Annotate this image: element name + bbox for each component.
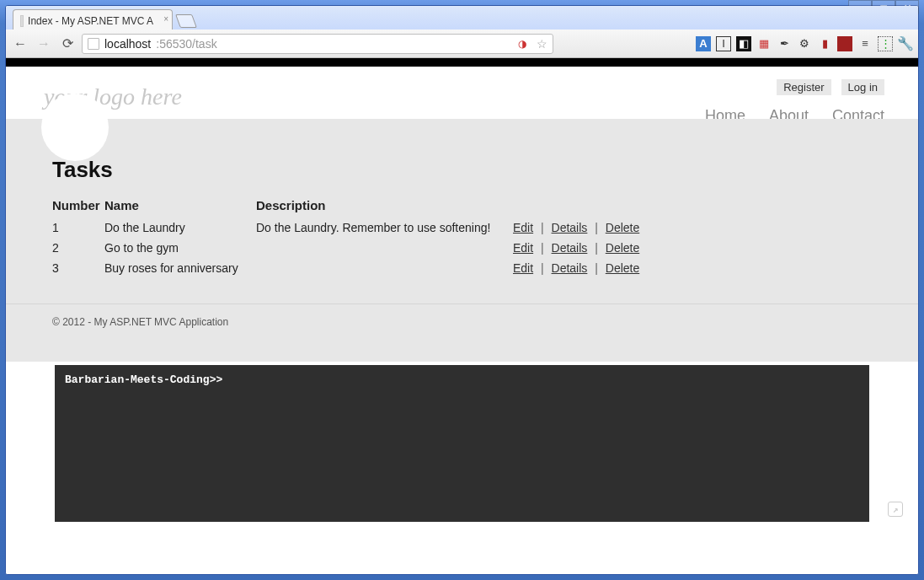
delete-link[interactable]: Delete — [606, 261, 639, 275]
details-link[interactable]: Details — [552, 261, 588, 275]
url-path: :56530/task — [156, 37, 216, 51]
cell-actions: Edit | Details | Delete — [513, 238, 639, 258]
cell-description — [256, 238, 513, 258]
top-black-bar — [6, 58, 918, 67]
extension-icon[interactable] — [837, 36, 852, 51]
tab-title: Index - My ASP.NET MVC A — [28, 15, 153, 27]
browser-inner: Index - My ASP.NET MVC A × ← → ⟳ localho… — [5, 5, 919, 575]
browser-tab[interactable]: Index - My ASP.NET MVC A × — [13, 9, 173, 30]
terminal-prompt: Barbarian-Meets-Coding>> — [65, 373, 222, 386]
extension-icon[interactable]: ◧ — [736, 36, 751, 51]
login-link[interactable]: Log in — [841, 79, 884, 95]
action-separator: | — [590, 221, 602, 234]
col-header-number: Number — [52, 198, 104, 218]
table-row: 1 Do the Laundry Do the Laundry. Remembe… — [52, 218, 639, 238]
cell-actions: Edit | Details | Delete — [513, 258, 639, 278]
register-link[interactable]: Register — [777, 79, 831, 95]
tab-close-button[interactable]: × — [163, 14, 168, 24]
cell-description: Do the Laundry. Remember to use softenin… — [256, 218, 513, 238]
footer-copyright: © 2012 - My ASP.NET MVC Application — [52, 316, 228, 328]
back-button[interactable]: ← — [11, 35, 29, 53]
table-row: 2 Go to the gym Edit | Details | Delete — [52, 238, 639, 258]
wrench-menu-icon[interactable]: 🔧 — [898, 36, 913, 51]
action-separator: | — [537, 221, 548, 234]
favicon-icon — [20, 15, 24, 27]
tasks-table: Number Name Description 1 Do the Laundry — [52, 198, 639, 278]
page-title: Tasks — [52, 157, 872, 183]
terminal-wrap: Barbarian-Meets-Coding>> ↗ — [6, 365, 918, 522]
content-band: Tasks Number Name Description — [6, 119, 918, 303]
edit-link[interactable]: Edit — [513, 241, 533, 255]
edit-link[interactable]: Edit — [513, 261, 533, 275]
extension-icon[interactable]: ⋮ — [878, 36, 893, 51]
details-link[interactable]: Details — [552, 221, 588, 234]
forward-button[interactable]: → — [35, 35, 53, 53]
cell-number: 3 — [52, 258, 104, 278]
new-tab-button[interactable] — [175, 14, 197, 28]
cell-description — [256, 258, 513, 278]
share-icon[interactable]: ↗ — [888, 502, 903, 517]
browser-toolbar: ← → ⟳ localhost:56530/task ◑ ☆ A I ◧ ▦ ✒… — [6, 30, 918, 58]
action-separator: | — [590, 261, 602, 275]
cell-number: 1 — [52, 218, 104, 238]
bookmark-star-icon[interactable]: ☆ — [537, 37, 547, 51]
extension-icon[interactable]: ⚙ — [797, 36, 812, 51]
cell-actions: Edit | Details | Delete — [513, 218, 639, 238]
extension-icon[interactable]: ▮ — [817, 36, 832, 51]
edit-link[interactable]: Edit — [513, 221, 533, 234]
extension-icon[interactable]: ▦ — [756, 36, 772, 51]
terminal-panel[interactable]: Barbarian-Meets-Coding>> ↗ — [55, 365, 869, 522]
auth-nav: Register Log in — [777, 79, 884, 95]
browser-window-frame: — ▢ ✕ Index - My ASP.NET MVC A × ← → ⟳ l… — [0, 0, 924, 580]
cell-name: Go to the gym — [104, 238, 256, 258]
url-host: localhost — [104, 37, 151, 51]
header-circle-decoration — [41, 94, 109, 161]
tab-strip: Index - My ASP.NET MVC A × — [6, 6, 918, 30]
reload-button[interactable]: ⟳ — [58, 35, 77, 53]
site-footer: © 2012 - My ASP.NET MVC Application — [6, 303, 918, 362]
extension-icon[interactable]: ≡ — [857, 36, 873, 51]
cell-number: 2 — [52, 238, 104, 258]
cell-name: Do the Laundry — [104, 218, 256, 238]
page: your logo here Register Log in Home Abou… — [6, 67, 918, 522]
cell-name: Buy roses for anniversary — [104, 258, 256, 278]
share-indicator-icon: ◑ — [518, 38, 526, 50]
address-bar[interactable]: localhost:56530/task ◑ ☆ — [82, 34, 553, 54]
extension-icon[interactable]: I — [716, 36, 731, 51]
content-inner: Tasks Number Name Description — [6, 119, 918, 303]
extension-icon[interactable]: ✒ — [777, 36, 792, 51]
delete-link[interactable]: Delete — [606, 241, 639, 255]
col-header-name: Name — [104, 198, 256, 218]
action-separator: | — [537, 241, 548, 255]
details-link[interactable]: Details — [552, 241, 588, 255]
page-viewport[interactable]: your logo here Register Log in Home Abou… — [6, 58, 918, 574]
action-separator: | — [537, 261, 548, 275]
page-icon — [88, 38, 99, 50]
delete-link[interactable]: Delete — [606, 221, 639, 234]
site-header: your logo here Register Log in Home Abou… — [6, 67, 918, 119]
extension-icon[interactable]: A — [696, 36, 711, 51]
extension-area: A I ◧ ▦ ✒ ⚙ ▮ ≡ ⋮ 🔧 — [696, 36, 913, 51]
col-header-description: Description — [256, 198, 513, 218]
col-header-actions — [513, 198, 639, 218]
table-row: 3 Buy roses for anniversary Edit | Detai… — [52, 258, 639, 278]
action-separator: | — [590, 241, 602, 255]
